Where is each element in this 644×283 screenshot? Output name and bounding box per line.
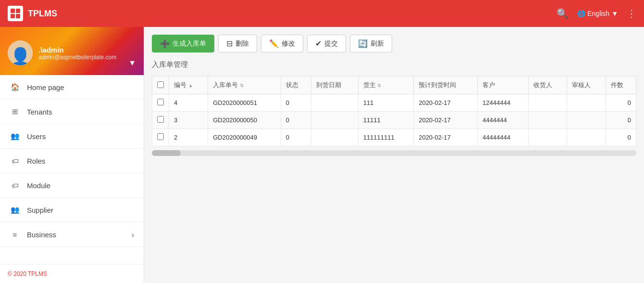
cell-order-no: GD2020000050: [208, 112, 281, 129]
topnav-right: 🔍 🌐 English ▼ ⋮: [557, 8, 636, 19]
more-menu-icon[interactable]: ⋮: [627, 8, 636, 19]
col-receiver: 收货人: [528, 77, 567, 94]
row-checkbox[interactable]: [157, 116, 164, 123]
cell-id: 2: [169, 129, 208, 146]
sort-icon2: ⇅: [377, 83, 381, 88]
cell-count: 0: [606, 94, 636, 112]
cell-arrival-date: [311, 112, 358, 129]
row-checkbox-cell[interactable]: [152, 129, 169, 146]
svg-rect-1: [16, 9, 20, 13]
cell-id: 3: [169, 112, 208, 129]
cell-arrival-date: [311, 129, 358, 146]
submit-button[interactable]: ✔ 提交: [307, 35, 346, 52]
cell-status: 0: [281, 112, 311, 129]
col-arrival-date: 到货日期: [311, 77, 358, 94]
cell-auditor: [567, 112, 606, 129]
chevron-down-icon: ▼: [611, 10, 618, 17]
edit-icon: ✏️: [269, 39, 279, 48]
col-count: 件数: [606, 77, 636, 94]
sidebar-item-users[interactable]: 👥 Users: [0, 124, 144, 149]
cell-receiver: [528, 94, 567, 112]
col-id[interactable]: 编号 ▲: [169, 77, 208, 94]
search-icon[interactable]: 🔍: [557, 8, 569, 19]
select-all-header[interactable]: [152, 77, 169, 94]
sidebar-item-home-label: Home page: [27, 83, 64, 91]
sidebar-item-business-label: Business: [27, 231, 56, 239]
avatar-image: 👤: [10, 48, 31, 65]
col-auditor: 审核人: [567, 77, 606, 94]
sidebar-item-supplier[interactable]: 👥 Supplier: [0, 198, 144, 222]
check-icon: ✔: [315, 39, 322, 48]
home-icon: 🏠: [10, 82, 20, 92]
refresh-button[interactable]: 🔄 刷新: [350, 35, 392, 52]
supplier-icon: 👥: [10, 205, 20, 215]
sidebar-item-users-label: Users: [27, 132, 46, 141]
horizontal-scrollbar[interactable]: [152, 150, 636, 156]
cell-customer: 12444444: [478, 94, 529, 112]
col-order-no[interactable]: 入库单号 ⇅: [208, 77, 281, 94]
user-email: admin@aspnetboilerplate.com: [38, 54, 136, 61]
btn-refresh-label: 刷新: [371, 39, 384, 48]
svg-rect-2: [11, 14, 15, 18]
cell-auditor: [567, 94, 606, 112]
cell-order-no: GD2020000051: [208, 94, 281, 112]
cell-status: 0: [281, 129, 311, 146]
cell-owner: 11111: [358, 112, 414, 129]
select-all-checkbox[interactable]: [157, 81, 164, 88]
col-owner[interactable]: 货主 ⇅: [358, 77, 414, 94]
top-nav: TPLMS 🔍 🌐 English ▼ ⋮: [0, 0, 644, 27]
sidebar-item-home[interactable]: 🏠 Home page: [0, 75, 144, 100]
user-info: .\admin admin@aspnetboilerplate.com: [38, 46, 136, 61]
lang-label: English: [587, 10, 609, 17]
app-logo: [8, 6, 23, 21]
cell-receiver: [528, 112, 567, 129]
avatar-figure: 👤: [8, 40, 33, 65]
cell-status: 0: [281, 94, 311, 112]
cell-id: 4: [169, 94, 208, 112]
cell-expected-time: 2020-02-17: [414, 129, 478, 146]
sidebar-item-business[interactable]: ≡ Business ›: [0, 222, 144, 247]
cell-auditor: [567, 129, 606, 146]
topnav-left: TPLMS: [8, 6, 57, 21]
lang-flag: 🌐: [577, 10, 585, 17]
language-selector[interactable]: 🌐 English ▼: [577, 10, 618, 17]
table-row[interactable]: 4 GD2020000051 0 111 2020-02-17 12444444…: [152, 94, 636, 112]
row-checkbox-cell[interactable]: [152, 112, 169, 129]
create-inbound-button[interactable]: ➕ 生成入库单: [152, 35, 214, 52]
avatar: 👤: [8, 40, 33, 65]
col-id-label: 编号: [174, 81, 186, 89]
sidebar-footer: © 2020 TPLMS: [0, 264, 144, 283]
sidebar-item-roles[interactable]: 🏷 Roles: [0, 149, 144, 173]
row-checkbox-cell[interactable]: [152, 94, 169, 112]
plus-icon: ➕: [160, 39, 170, 48]
edit-button[interactable]: ✏️ 修改: [261, 35, 303, 52]
btn-delete-label: 删除: [235, 39, 249, 48]
svg-rect-0: [11, 9, 15, 13]
col-status: 状态: [281, 77, 311, 94]
tenants-icon: ⊞: [10, 106, 20, 117]
cell-customer: 44444444: [478, 129, 529, 146]
section-title: 入库单管理: [152, 58, 636, 71]
users-icon: 👥: [10, 131, 20, 142]
roles-icon: 🏷: [10, 155, 20, 166]
sort-icon: ⇅: [240, 83, 244, 88]
table-row[interactable]: 3 GD2020000050 0 11111 2020-02-17 444444…: [152, 112, 636, 129]
sidebar-item-roles-label: Roles: [27, 157, 45, 165]
delete-button[interactable]: ⊟ 删除: [218, 35, 257, 52]
sidebar: 👤 .\admin admin@aspnetboilerplate.com ▼ …: [0, 27, 144, 283]
scrollbar-thumb[interactable]: [152, 150, 181, 156]
svg-rect-3: [16, 14, 20, 18]
row-checkbox[interactable]: [157, 99, 164, 105]
cell-owner: 111: [358, 94, 414, 112]
cell-expected-time: 2020-02-17: [414, 112, 478, 129]
row-checkbox[interactable]: [157, 133, 164, 140]
user-expand-icon[interactable]: ▼: [128, 59, 136, 67]
sidebar-item-module[interactable]: 🏷 Module: [0, 173, 144, 198]
cell-arrival-date: [311, 94, 358, 112]
table-row[interactable]: 2 GD2020000049 0 111111111 2020-02-17 44…: [152, 129, 636, 146]
user-section: 👤 .\admin admin@aspnetboilerplate.com ▼: [0, 27, 144, 75]
sidebar-item-module-label: Module: [27, 181, 50, 190]
btn-create-label: 生成入库单: [173, 39, 206, 48]
sidebar-item-tenants[interactable]: ⊞ Tenants: [0, 100, 144, 124]
table-body: 4 GD2020000051 0 111 2020-02-17 12444444…: [152, 94, 636, 146]
